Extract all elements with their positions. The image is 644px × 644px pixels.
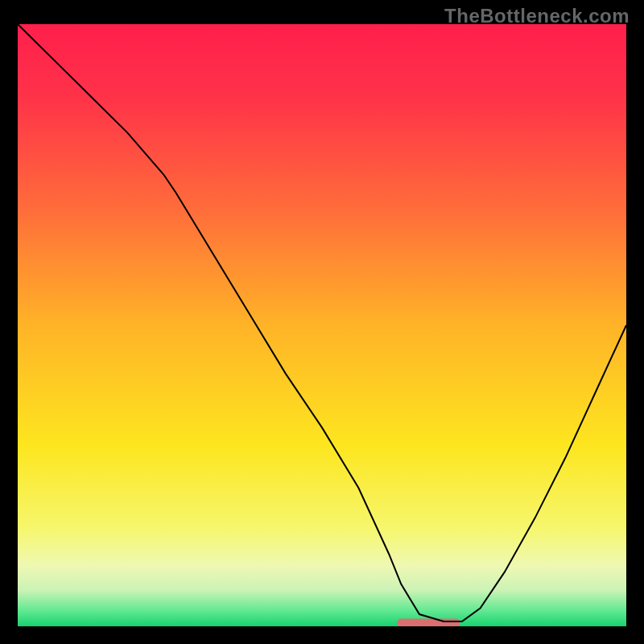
watermark-text: TheBottleneck.com [444, 5, 630, 27]
plot-area [18, 24, 626, 626]
chart-svg [18, 24, 626, 626]
chart-frame: TheBottleneck.com [0, 0, 644, 644]
